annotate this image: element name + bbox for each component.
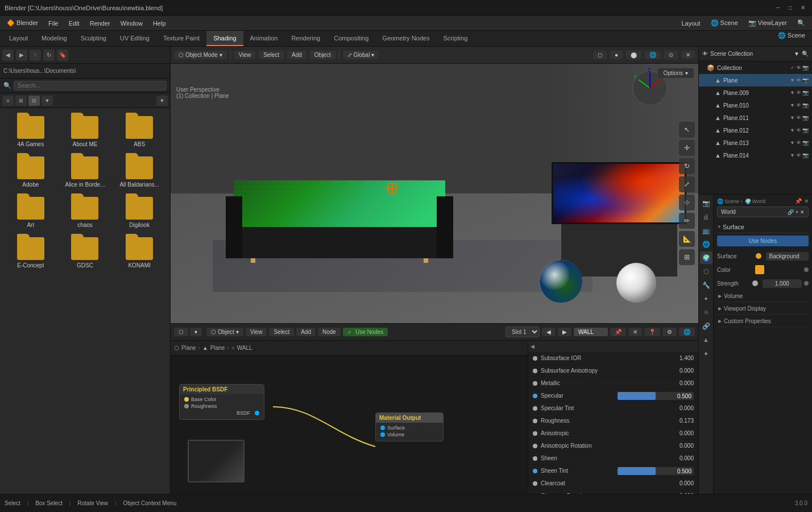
shader-node-principled[interactable]: Principled BSDF Base Color Roughness BSD… [179, 384, 264, 420]
shader-node-output[interactable]: Material Output Surface Volume [375, 412, 444, 441]
viewport-overlay-btn[interactable]: ⊙ [664, 51, 678, 59]
transform-btn[interactable]: ⤢ Global ▾ [343, 51, 379, 59]
ol-ctrl-icon[interactable]: ▼ [790, 77, 795, 83]
props-x-icon[interactable]: ✕ [804, 198, 809, 204]
node-view-btn[interactable]: View [246, 328, 267, 336]
ol-ctrl-icon[interactable]: 📷 [802, 127, 809, 133]
ol-ctrl-icon[interactable]: 📷 [802, 152, 809, 158]
use-nodes-checkbox[interactable]: ✓ Use Nodes [343, 328, 388, 336]
ol-ctrl-icon[interactable]: ▼ [790, 152, 795, 158]
file-item-allbaldarians[interactable]: All Baldarians... [113, 153, 165, 191]
pt-particles[interactable]: ✦ [700, 292, 712, 305]
sp-field[interactable]: 0.000 [618, 430, 694, 436]
menu-window[interactable]: Window [116, 19, 147, 28]
tab-scripting[interactable]: Scripting [436, 31, 474, 46]
ol-ctrl-icon[interactable]: ▼ [790, 127, 795, 133]
pt-object[interactable]: ⬡ [700, 265, 712, 278]
file-item-gdsc[interactable]: GDSC [59, 234, 111, 272]
viewport-3d[interactable]: ⬡ Object Mode ▾ View Select Add Object ⤢… [171, 47, 698, 323]
scene-selector[interactable]: 🌐 Scene [706, 18, 743, 28]
ol-ctrl-icon[interactable]: 👁 [796, 77, 801, 83]
filter-btn[interactable]: ▼ [156, 96, 168, 106]
add-menu-btn[interactable]: Add [287, 51, 306, 59]
material-prev-btn[interactable]: ◀ [542, 328, 556, 336]
sort-btn[interactable]: ▼ [42, 96, 53, 106]
ol-ctrl-icon[interactable]: ▼ [790, 115, 795, 121]
file-item-art[interactable]: Art [5, 193, 57, 232]
pt-material[interactable]: ● [700, 347, 712, 360]
outliner-search-icon[interactable]: 🔍 [802, 51, 809, 57]
up-button[interactable]: ↑ [30, 49, 41, 61]
node-node-btn[interactable]: Node [318, 328, 341, 336]
menu-blender[interactable]: 🔶 Blender [2, 18, 43, 28]
pt-constraints[interactable]: 🔗 [700, 320, 712, 332]
menu-render[interactable]: Render [85, 19, 115, 28]
file-item-econcept[interactable]: E-Concept [5, 234, 57, 272]
status-object-context[interactable]: Object Context Menu [123, 500, 176, 506]
ol-ctrl-icon[interactable]: ▼ [790, 140, 795, 146]
pt-scene[interactable]: 🌐 [700, 238, 712, 250]
menu-edit[interactable]: Edit [64, 19, 84, 28]
search-menu[interactable]: 🔍 [793, 18, 810, 28]
scene-world[interactable]: 🌐 Scene [773, 31, 810, 46]
outliner-filter-icon[interactable]: ▼ [794, 51, 799, 57]
node-editor-icon-btn[interactable]: ⬡ [174, 328, 188, 336]
tab-shading[interactable]: Shading [206, 31, 243, 46]
pt-world[interactable]: 🌍 [700, 251, 712, 264]
sp-field[interactable]: 0.000 [618, 368, 694, 374]
tool-rotate[interactable]: ↻ [679, 158, 695, 174]
tool-transform[interactable]: ⊹ [679, 195, 695, 210]
ol-item-plane-013[interactable]: ▲Plane.013▼👁📷 [699, 137, 812, 149]
ol-ctrl-icon[interactable]: 👁 [796, 140, 801, 146]
section-custom-properties[interactable]: ▶ Custom Properties [717, 316, 809, 327]
ol-ctrl-icon[interactable]: 👁 [796, 102, 801, 108]
pt-data[interactable]: ▲ [700, 333, 712, 346]
file-item-adobe[interactable]: Adobe [5, 153, 57, 191]
viewport-mode-btn[interactable]: ⬡ Object Mode ▾ [174, 51, 227, 59]
ol-ctrl-icon[interactable]: 📷 [802, 77, 809, 83]
ol-ctrl-icon[interactable]: 📷 [802, 65, 809, 71]
file-item-4agames[interactable]: 4A Games [5, 113, 57, 151]
ol-ctrl-icon[interactable]: 👁 [796, 90, 801, 96]
viewport-scene[interactable]: User Perspective (1) Collection | Plane … [171, 64, 698, 323]
tab-texture-paint[interactable]: Texture Paint [156, 31, 206, 46]
ol-ctrl-icon[interactable]: 👁 [796, 115, 801, 121]
ol-item-plane[interactable]: ▲Plane▼👁📷 [699, 74, 812, 86]
world-new-icon[interactable]: + [796, 209, 798, 215]
menu-help[interactable]: Help [148, 19, 171, 28]
tab-compositing[interactable]: Compositing [327, 31, 375, 46]
ol-ctrl-icon[interactable]: 👁 [796, 127, 801, 133]
node-editor-arrow-btn[interactable]: ▾ [190, 328, 202, 336]
minimize-button[interactable]: ─ [773, 3, 782, 13]
ol-item-plane-012[interactable]: ▲Plane.012▼👁📷 [699, 124, 812, 137]
menu-layout[interactable]: Layout [677, 19, 705, 28]
material-x-btn[interactable]: ✕ [628, 328, 642, 336]
node-canvas[interactable]: Principled BSDF Base Color Roughness BSD… [171, 356, 528, 494]
node-select-btn[interactable]: Select [269, 328, 294, 336]
file-item-konami[interactable]: KONAMI [113, 234, 165, 272]
tool-annotate[interactable]: ✏ [679, 213, 695, 229]
ol-item-plane-010[interactable]: ▲Plane.010▼👁📷 [699, 99, 812, 112]
material-next-btn[interactable]: ▶ [558, 328, 571, 336]
viewport-gizmo-btn[interactable]: ✕ [681, 51, 695, 59]
view-layer-selector[interactable]: 📷 ViewLayer [744, 18, 792, 28]
props-pin-icon[interactable]: 📌 [795, 198, 802, 204]
ol-ctrl-icon[interactable]: ✓ [790, 65, 795, 71]
grid-large-btn[interactable]: ⊟ [28, 96, 40, 106]
tab-uv-editing[interactable]: UV Editing [113, 31, 156, 46]
ol-item-plane-011[interactable]: ▲Plane.011▼👁📷 [699, 112, 812, 124]
sp-field[interactable]: 0.000 [618, 380, 694, 386]
object-menu-btn[interactable]: Object [310, 51, 335, 59]
ol-ctrl-icon[interactable]: 📷 [802, 90, 809, 96]
status-box-select[interactable]: Box Select [35, 500, 63, 506]
color-swatch[interactable] [755, 265, 764, 274]
forward-button[interactable]: ▶ [16, 49, 27, 61]
refresh-button[interactable]: ↻ [43, 49, 55, 61]
color-socket[interactable] [804, 267, 809, 272]
material-pin2-btn[interactable]: 📍 [644, 328, 660, 336]
strength-socket[interactable] [804, 281, 809, 286]
section-volume[interactable]: ▶ Volume [717, 291, 809, 302]
ol-item-collection[interactable]: 📦Collection✓👁📷 [699, 61, 812, 74]
ol-item-plane-014[interactable]: ▲Plane.014▼👁📷 [699, 149, 812, 162]
sp-field[interactable]: 1.400 [618, 355, 694, 361]
